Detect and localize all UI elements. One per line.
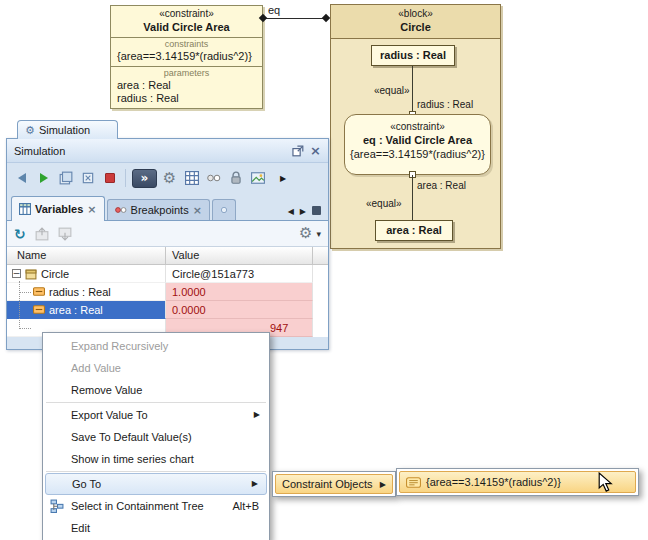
simulation-window: Simulation × » ⚙ — [6, 138, 329, 350]
block-instance-icon — [25, 268, 37, 280]
menu-item-remove-value[interactable]: Remove Value — [43, 379, 269, 401]
settings-gear-icon[interactable]: ⚙ — [160, 167, 179, 189]
layout-grid-icon[interactable] — [182, 167, 201, 189]
constraint-property-name: eq : Valid Circle Area — [345, 133, 490, 147]
menu-item-select-in-containment-tree[interactable]: Select in Containment Tree Alt+B — [43, 495, 269, 517]
dropdown-caret-icon[interactable]: ▾ — [316, 229, 321, 239]
cell-name[interactable]: area : Real — [7, 301, 166, 319]
menu-item-save-to-default-values[interactable]: Save To Default Value(s) — [43, 426, 269, 448]
mouse-cursor — [598, 472, 613, 493]
value-property-icon — [33, 287, 45, 296]
tab-breakpoints[interactable]: Breakpoints × — [107, 199, 210, 220]
step-over-icon[interactable] — [56, 167, 75, 189]
go-to-submenu: Constraint Objects ▶ — [272, 471, 396, 497]
binding-connector-top[interactable] — [412, 66, 413, 115]
constraint-block[interactable]: «constraint» Valid Circle Area constrain… — [110, 5, 263, 109]
table-row-circle[interactable]: − Circle Circle@151a773 — [7, 265, 328, 283]
menu-item-label: Select in Containment Tree — [71, 500, 204, 512]
variables-table: Name Value − Circle Circle@151a773 — [7, 247, 328, 337]
menu-item-edit[interactable]: Edit — [43, 517, 269, 539]
constraints-compartment: constraints {area==3.14159*(radius^2)} — [111, 37, 262, 66]
tree-guide-line — [19, 281, 20, 329]
parameters-compartment: parameters area : Real radius : Real — [111, 66, 262, 108]
toolbar-separator — [125, 169, 126, 187]
menu-item-go-to[interactable]: Go To ▶ — [45, 473, 267, 495]
partial-tab-icon — [220, 204, 228, 216]
table-row-radius[interactable]: radius : Real 1.0000 — [7, 283, 328, 301]
breakpoints-toggle-icon[interactable] — [204, 167, 223, 189]
constraints-compartment-label: constraints — [115, 39, 258, 50]
cell-name[interactable]: radius : Real — [7, 283, 166, 301]
menu-item-constraint-objects[interactable]: Constraint Objects ▶ — [275, 474, 393, 494]
constraint-block-header: «constraint» Valid Circle Area — [111, 6, 262, 37]
close-icon[interactable]: × — [310, 144, 321, 157]
table-body: − Circle Circle@151a773 — [7, 265, 328, 337]
toolbar-overflow-icon[interactable]: ▶ — [280, 174, 286, 183]
tab-variables-label: Variables — [35, 203, 83, 215]
menu-item-label: Constraint Objects — [282, 478, 375, 490]
menu-item-expand-recursively: Expand Recursively — [43, 335, 269, 357]
binding-connector-bottom[interactable] — [412, 175, 413, 221]
import-value-icon — [58, 227, 72, 241]
submenu-arrow-icon: ▶ — [380, 480, 386, 489]
export-image-icon[interactable] — [248, 167, 267, 189]
tab-scroll-right-icon[interactable]: ▶ — [297, 207, 309, 220]
lock-icon[interactable] — [226, 167, 245, 189]
cell-value[interactable]: Circle@151a773 — [166, 265, 313, 283]
stop-icon[interactable] — [100, 167, 119, 189]
context-menu: Expand Recursively Add Value Remove Valu… — [42, 332, 270, 540]
cell-value[interactable]: 1.0000 — [166, 283, 313, 301]
menu-separator — [46, 471, 266, 472]
more-commands-button[interactable]: » — [132, 169, 157, 188]
step-back-icon[interactable] — [12, 167, 31, 189]
tree-branch-line — [19, 292, 31, 293]
tab-scroll-left-icon[interactable]: ◀ — [285, 207, 297, 220]
menu-item-export-value-to[interactable]: Export Value To ▶ — [43, 404, 269, 426]
menu-item-label: Expand Recursively — [71, 340, 168, 352]
cell-name[interactable]: − Circle — [7, 265, 166, 283]
gear-icon: ⚙ — [25, 125, 35, 136]
menu-item-label: Show in time series chart — [71, 453, 194, 465]
red-square-shape — [105, 173, 115, 183]
eq-connector[interactable] — [262, 18, 329, 19]
simulation-toolbar: » ⚙ ▶ — [7, 163, 328, 193]
column-header-value[interactable]: Value — [166, 247, 313, 264]
close-icon[interactable]: × — [87, 204, 96, 215]
close-icon[interactable]: × — [193, 205, 202, 216]
constraint-instance-icon — [406, 477, 421, 488]
tree-expander-icon[interactable]: − — [12, 269, 21, 278]
options-gear-icon[interactable]: ⚙ — [299, 226, 312, 241]
play-icon[interactable] — [34, 167, 53, 189]
row-value: 947 — [270, 322, 288, 334]
gear-glyph: ⚙ — [163, 171, 176, 186]
area-part-box[interactable]: area : Real — [375, 220, 453, 241]
refresh-icon[interactable]: ↻ — [14, 227, 26, 241]
menu-item-label: Go To — [72, 478, 101, 490]
radius-part-box[interactable]: radius : Real — [371, 45, 455, 66]
tab-partial[interactable] — [212, 199, 236, 220]
simulation-panel-tab[interactable]: ⚙ Simulation — [17, 120, 118, 139]
constraint-expression: {area==3.14159*(radius^2)} — [115, 50, 258, 63]
simulation-tab-bar: Variables × Breakpoints × ◀ ▶ — [7, 193, 328, 221]
submenu-arrow-icon: ▶ — [252, 474, 258, 494]
column-header-name[interactable]: Name — [7, 247, 166, 264]
menu-item-label: Edit — [71, 522, 90, 534]
breakpoints-icon — [115, 204, 127, 216]
tree-branch-line — [19, 328, 31, 329]
menu-separator — [46, 402, 266, 403]
menu-item-show-in-time-series-chart[interactable]: Show in time series chart — [43, 448, 269, 470]
float-window-icon[interactable] — [292, 145, 304, 157]
table-row-area[interactable]: area : Real 0.0000 — [7, 301, 328, 319]
constraint-property[interactable]: «constraint» eq : Valid Circle Area {are… — [344, 114, 491, 175]
step-into-icon[interactable] — [78, 167, 97, 189]
tab-list-icon[interactable] — [312, 206, 321, 215]
menu-item-add-value: Add Value — [43, 357, 269, 379]
tab-variables[interactable]: Variables × — [11, 196, 105, 221]
simulation-title: Simulation — [14, 145, 286, 157]
tab-breakpoints-label: Breakpoints — [131, 204, 189, 216]
parameters-compartment-label: parameters — [115, 68, 258, 79]
row-value: 1.0000 — [172, 286, 206, 298]
menu-item-label: Remove Value — [71, 384, 142, 396]
cell-value[interactable]: 0.0000 — [166, 301, 313, 319]
row-name: area : Real — [49, 304, 103, 316]
